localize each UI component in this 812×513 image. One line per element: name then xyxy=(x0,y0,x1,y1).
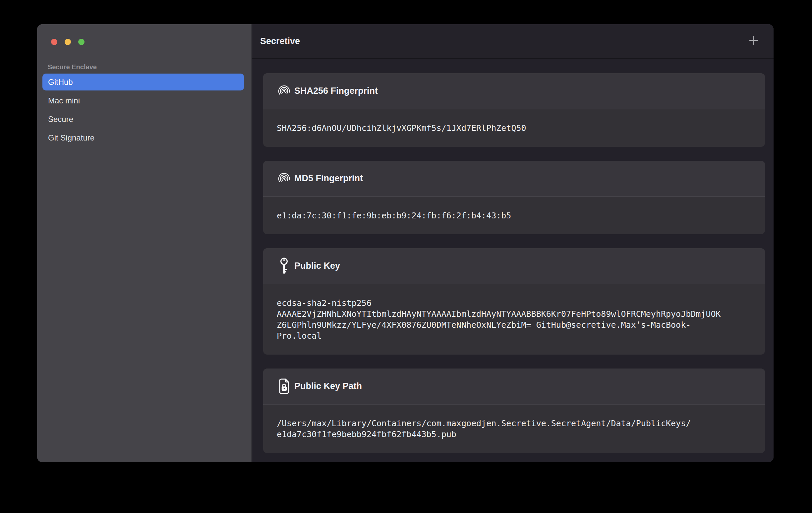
fingerprint-icon xyxy=(276,82,292,101)
sidebar-item-label: Mac mini xyxy=(48,96,80,105)
plus-icon xyxy=(748,35,759,47)
sidebar-item-mac-mini[interactable]: Mac mini xyxy=(42,92,244,109)
fingerprint-icon xyxy=(276,169,292,188)
sidebar-item-secure[interactable]: Secure xyxy=(42,111,244,127)
sidebar-item-label: Git Signature xyxy=(48,133,94,142)
sidebar-item-github[interactable]: GitHub xyxy=(42,74,244,90)
card-header: MD5 Fingerprint xyxy=(263,161,765,197)
public-key-value[interactable]: ecdsa-sha2-nistp256 AAAAE2VjZHNhLXNoYTIt… xyxy=(263,284,765,354)
lock-doc-icon xyxy=(276,377,292,396)
sidebar-item-label: GitHub xyxy=(48,78,73,87)
sha256-fingerprint-value[interactable]: SHA256:d6AnOU/UDhcihZlkjvXGPKmf5s/1JXd7E… xyxy=(263,109,765,147)
sidebar-item-git-signature[interactable]: Git Signature xyxy=(42,129,244,146)
sidebar-item-label: Secure xyxy=(48,115,73,124)
zoom-window-button[interactable] xyxy=(78,39,85,45)
card-title: Public Key Path xyxy=(294,381,362,391)
add-secret-button[interactable] xyxy=(748,35,760,47)
card-header: Public Key xyxy=(263,248,765,284)
close-window-button[interactable] xyxy=(51,39,57,45)
minimize-window-button[interactable] xyxy=(65,39,71,45)
card-header: SHA256 Fingerprint xyxy=(263,73,765,109)
card-md5-fingerprint: MD5 Fingerprint e1:da:7c:30:f1:fe:9b:eb:… xyxy=(263,161,765,234)
app-window: Secure Enclave GitHub Mac mini Secure Gi… xyxy=(37,24,774,462)
sidebar-list: GitHub Mac mini Secure Git Signature xyxy=(37,74,252,146)
card-public-key: Public Key ecdsa-sha2-nistp256 AAAAE2VjZ… xyxy=(263,248,765,354)
page-title: Secretive xyxy=(260,36,300,47)
sidebar: Secure Enclave GitHub Mac mini Secure Gi… xyxy=(37,24,252,462)
public-key-path-value[interactable]: /Users/max/Library/Containers/com.maxgoe… xyxy=(263,405,765,453)
card-sha256-fingerprint: SHA256 Fingerprint SHA256:d6AnOU/UDhcihZ… xyxy=(263,73,765,147)
card-public-key-path: Public Key Path /Users/max/Library/Conta… xyxy=(263,369,765,453)
title-bar: Secretive xyxy=(252,24,774,59)
secret-detail-view: SHA256 Fingerprint SHA256:d6AnOU/UDhcihZ… xyxy=(252,59,774,462)
traffic-lights xyxy=(51,39,92,45)
card-title: MD5 Fingerprint xyxy=(294,173,363,183)
card-title: SHA256 Fingerprint xyxy=(294,86,378,96)
key-icon xyxy=(276,256,292,276)
card-title: Public Key xyxy=(294,261,340,271)
sidebar-section-label: Secure Enclave xyxy=(48,63,242,71)
md5-fingerprint-value[interactable]: e1:da:7c:30:f1:fe:9b:eb:b9:24:fb:f6:2f:b… xyxy=(263,197,765,234)
main-panel: Secretive xyxy=(252,24,774,462)
card-header: Public Key Path xyxy=(263,369,765,405)
